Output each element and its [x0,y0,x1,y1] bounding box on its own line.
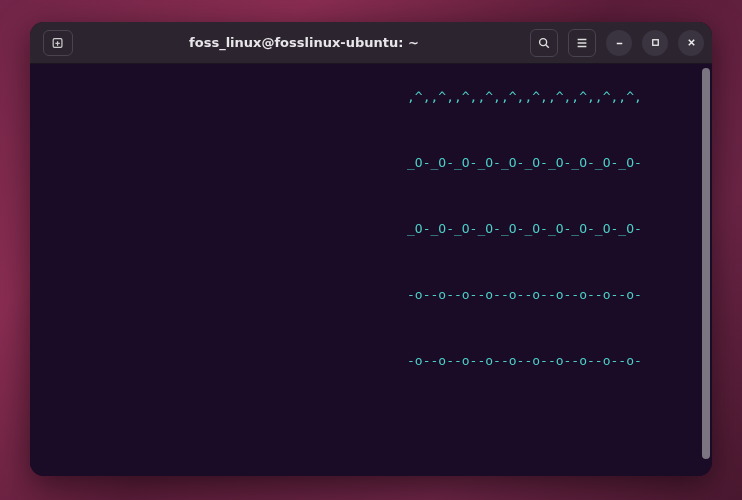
terminal-window: foss_linux@fosslinux-ubuntu: ~ [30,22,712,476]
terminal-body[interactable]: ,^,,^,,^,,^,,^,,^,,^,,^,,^,,^, _O-_O-_O-… [30,64,712,476]
svg-rect-2 [652,40,658,46]
scrollbar[interactable] [702,68,710,459]
maximize-icon [650,37,661,48]
alien-row-3: _O-_O-_O-_O-_O-_O-_O-_O-_O-_O- [407,221,712,238]
minimize-button[interactable] [606,30,632,56]
window-title: foss_linux@fosslinux-ubuntu: ~ [78,35,530,50]
new-tab-icon [51,36,65,50]
alien-row-2: _O-_O-_O-_O-_O-_O-_O-_O-_O-_O- [407,155,712,172]
new-tab-button[interactable] [43,30,73,56]
titlebar-right [530,29,704,57]
search-button[interactable] [530,29,558,57]
titlebar: foss_linux@fosslinux-ubuntu: ~ [30,22,712,64]
alien-row-4: -o--o--o--o--o--o--o--o--o--o- [407,287,712,304]
hamburger-icon [575,36,589,50]
menu-button[interactable] [568,29,596,57]
maximize-button[interactable] [642,30,668,56]
close-icon [686,37,697,48]
minimize-icon [614,37,625,48]
alien-row-1: ,^,,^,,^,,^,,^,,^,,^,,^,,^,,^, [407,89,712,106]
game-screen: ,^,,^,,^,,^,,^,,^,,^,,^,,^,,^, _O-_O-_O-… [30,64,712,476]
close-button[interactable] [678,30,704,56]
alien-row-5: -o--o--o--o--o--o--o--o--o--o- [407,353,712,370]
titlebar-left [38,30,78,56]
search-icon [537,36,551,50]
svg-point-1 [540,38,547,45]
